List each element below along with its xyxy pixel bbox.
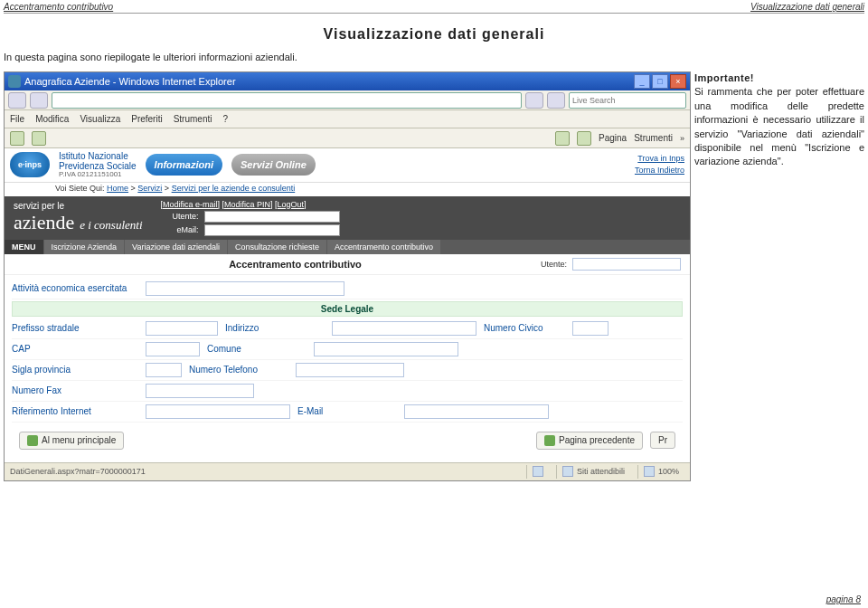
svc-prefix: servizi per le: [14, 201, 143, 211]
arrow-left-icon: [27, 435, 38, 446]
maximize-button[interactable]: □: [652, 74, 668, 89]
zoom-icon: [644, 466, 655, 477]
aziende-word: aziende: [14, 211, 74, 234]
minimize-button[interactable]: _: [634, 74, 650, 89]
consulenti-word: e i consulenti: [80, 218, 142, 233]
browser-search-box[interactable]: Live Search: [569, 92, 686, 109]
subheader-user-value: [572, 258, 681, 271]
lbl-email: E-Mail: [297, 406, 397, 416]
menu-help[interactable]: ?: [222, 114, 228, 124]
content-subheader: Accentramento contributivo Utente:: [5, 254, 690, 275]
status-url: DatiGenerali.aspx?matr=7000000171: [10, 467, 146, 476]
embedded-screenshot: Anagrafica Aziende - Windows Internet Ex…: [4, 71, 691, 481]
lbl-cap: CAP: [12, 344, 138, 354]
feeds-icon[interactable]: [32, 131, 46, 146]
site-header: e·inps Istituto Nazionale Previdenza Soc…: [5, 148, 690, 183]
menu-edit[interactable]: Modifica: [35, 114, 69, 124]
lbl-sigla: Sigla provincia: [12, 365, 138, 375]
status-zoom: 100%: [658, 467, 679, 476]
link-trova-in-inps[interactable]: Trova in Inps: [635, 153, 684, 166]
browser-menubar: File Modifica Visualizza Preferiti Strum…: [5, 110, 690, 128]
arrow-left-icon: [544, 435, 555, 446]
section-sede-legale: Sede Legale: [12, 301, 683, 317]
header-rule: [4, 13, 864, 14]
link-logout[interactable]: [LogOut]: [275, 200, 307, 209]
status-trusted: Siti attendibili: [577, 467, 625, 476]
field-email[interactable]: [404, 404, 549, 419]
breadcrumb-home[interactable]: Home: [107, 184, 128, 193]
link-torna-indietro[interactable]: Torna Indietro: [635, 165, 684, 177]
page-number: pagina 8: [826, 594, 861, 604]
breadcrumb-servizi[interactable]: Servizi: [137, 184, 162, 193]
menu-tab-consultazione[interactable]: Consultazione richieste: [228, 240, 326, 254]
link-modifica-email[interactable]: [Modifica e-mail]: [161, 200, 221, 209]
note-heading: Importante!: [694, 71, 864, 85]
dark-email-label: eMail:: [161, 225, 199, 234]
page-title: Visualizzazione dati generali: [0, 26, 868, 43]
btn-next-truncated[interactable]: Pr: [650, 432, 675, 449]
address-bar[interactable]: [52, 92, 522, 109]
section-menu: MENU Iscrizione Azienda Variazione dati …: [5, 240, 690, 254]
menu-tools[interactable]: Strumenti: [174, 114, 212, 124]
lbl-indirizzo: Indirizzo: [225, 323, 325, 333]
menu-view[interactable]: Visualizza: [80, 114, 120, 124]
breadcrumb-leaf[interactable]: Servizi per le aziende e consulenti: [172, 184, 296, 193]
dark-email-value: [204, 224, 340, 236]
home-icon[interactable]: [555, 131, 570, 146]
note-body: Si rammenta che per poter effettuare una…: [694, 85, 864, 168]
ie-icon: [8, 75, 21, 88]
field-prefisso[interactable]: [146, 321, 218, 336]
menu-tab-menu[interactable]: MENU: [5, 240, 43, 254]
check-icon: [562, 466, 573, 477]
stop-button[interactable]: [547, 92, 565, 109]
window-title: Anagrafica Aziende - Windows Internet Ex…: [24, 76, 236, 87]
menu-tab-iscrizione[interactable]: Iscrizione Azienda: [44, 240, 125, 254]
field-riferimento[interactable]: [146, 404, 290, 419]
print-icon[interactable]: [577, 131, 591, 146]
forward-button[interactable]: [30, 92, 48, 109]
lbl-civico: Numero Civico: [484, 323, 565, 333]
link-modifica-pin[interactable]: [Modifica PIN]: [222, 200, 273, 209]
field-indirizzo[interactable]: [332, 321, 476, 336]
action-row: Al menu principale Pagina precedente Pr: [12, 423, 683, 459]
refresh-button[interactable]: [525, 92, 543, 109]
close-button[interactable]: ×: [670, 74, 686, 89]
corner-links: Trova in Inps Torna Indietro: [635, 153, 684, 177]
tab-servizi-online[interactable]: Servizi Online: [231, 154, 316, 176]
btn-menu-principale[interactable]: Al menu principale: [19, 432, 124, 450]
field-fax[interactable]: [146, 384, 254, 398]
lbl-riferimento: Riferimento Internet: [12, 406, 138, 416]
field-cap[interactable]: [146, 342, 200, 356]
field-attivita[interactable]: [146, 281, 344, 296]
window-titlebar: Anagrafica Aziende - Windows Internet Ex…: [5, 72, 690, 90]
dark-user-value: [204, 211, 340, 223]
favorites-icon[interactable]: [10, 131, 24, 146]
shield-icon: [533, 466, 543, 477]
lbl-prefisso: Prefisso stradale: [12, 323, 138, 333]
field-telefono[interactable]: [296, 363, 404, 377]
field-comune[interactable]: [314, 342, 458, 356]
browser-statusbar: DatiGenerali.aspx?matr=7000000171 Siti a…: [5, 462, 690, 480]
tab-informazioni[interactable]: Informazioni: [146, 154, 222, 176]
lbl-fax: Numero Fax: [12, 385, 138, 395]
address-toolbar: Live Search: [5, 90, 690, 110]
intro-text: In questa pagina sono riepilogate le ult…: [4, 52, 864, 62]
field-civico[interactable]: [572, 321, 609, 336]
menu-tab-accentramento[interactable]: Accentramento contributivo: [327, 240, 440, 254]
menu-favorites[interactable]: Preferiti: [131, 114, 162, 124]
btn-pagina-precedente[interactable]: Pagina precedente: [536, 432, 643, 450]
toolbar-tools-label[interactable]: Strumenti: [634, 133, 673, 143]
back-button[interactable]: [8, 92, 26, 109]
menu-tab-variazione[interactable]: Variazione dati aziendali: [125, 240, 227, 254]
subheader-user-label: Utente:: [541, 260, 567, 269]
page-running-header: Accentramento contributivo Visualizzazio…: [0, 0, 868, 12]
header-left: Accentramento contributivo: [4, 2, 113, 12]
menu-file[interactable]: File: [10, 114, 24, 124]
header-right: Visualizzazione dati generali: [750, 2, 864, 12]
form-area: Attività economica esercitata Sede Legal…: [5, 275, 690, 462]
field-sigla[interactable]: [146, 363, 182, 377]
dark-banner: servizi per le aziende e i consulenti [M…: [5, 196, 690, 240]
lbl-telefono: Numero Telefono: [189, 365, 288, 375]
side-note: Importante! Si rammenta che per poter ef…: [694, 71, 864, 481]
toolbar-page-label[interactable]: Pagina: [599, 133, 627, 143]
